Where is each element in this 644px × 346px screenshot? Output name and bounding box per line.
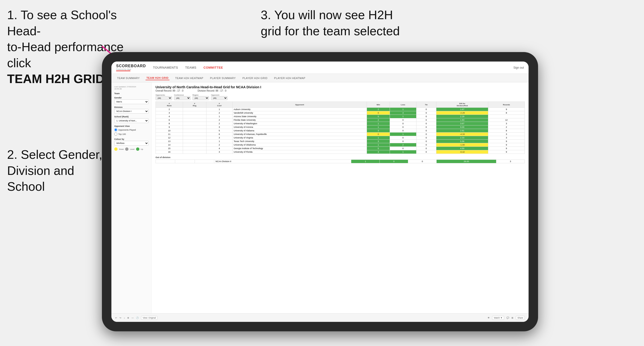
cell-rank: 15 — [156, 147, 183, 150]
opponents-select[interactable]: (All) — [156, 96, 172, 100]
cell-rounds — [488, 115, 525, 118]
cell-reg — [183, 150, 206, 154]
out-div-win: 1 — [351, 160, 380, 163]
table-row: 3 2 Vanderbilt University 0 4 0 -2.29 8 — [156, 111, 525, 115]
cell-diff: 1.67 — [436, 108, 488, 111]
cell-name: Arizona State University — [232, 115, 367, 118]
cell-tie: 0 — [416, 122, 436, 125]
cell-tie: 0 — [416, 143, 436, 147]
toolbar-redo[interactable]: ↪ — [120, 317, 121, 319]
radio-top100[interactable]: Top 100 — [114, 133, 148, 136]
cell-win: 0 — [367, 111, 390, 115]
cell-conf: 3 — [206, 150, 232, 154]
color-down-label: Down — [119, 148, 124, 150]
sub-nav: TEAM SUMMARY TEAM H2H GRID TEAM H2H HEAT… — [112, 74, 528, 82]
cell-win: 1 — [367, 122, 390, 125]
cell-name: Texas Tech University — [232, 140, 367, 143]
cell-rank: 10 — [156, 129, 183, 133]
cell-name: Florida State University — [232, 118, 367, 122]
opponent-select[interactable]: (All) — [211, 96, 228, 100]
cell-reg — [183, 125, 206, 129]
cell-rounds: 8 — [488, 129, 525, 133]
colour-label: Colour by — [114, 138, 148, 140]
view-original-btn[interactable]: View: Original — [141, 316, 158, 320]
nav-links: TOURNAMENTS TEAMS COMMITTEE — [153, 66, 514, 69]
region-select[interactable]: (All) — [192, 96, 209, 100]
bottom-toolbar: ↩ ↪ ⬦ ⊕ — 🕐 View: Original 👁 Watch ▼ 💬 ⊞… — [112, 313, 528, 322]
cell-rank: 11 — [156, 133, 183, 136]
share-btn[interactable]: Share — [516, 316, 525, 320]
col-opponent: Opponent — [232, 102, 367, 108]
toolbar-crop[interactable]: ⊕ — [127, 317, 129, 319]
toolbar-undo[interactable]: ↩ — [115, 317, 117, 319]
cell-diff: 2.33 — [436, 136, 488, 140]
cell-diff: 9.00 — [436, 125, 488, 129]
cell-win: 1 — [367, 125, 390, 129]
data-panel: University of North Carolina Head-to-Hea… — [152, 82, 528, 313]
table-row: 2 1 Auburn University 2 1 0 1.67 9 — [156, 108, 525, 111]
out-div-diff: 26.00 — [436, 160, 496, 163]
cell-reg — [183, 147, 206, 150]
toolbar-dash[interactable]: — — [132, 317, 134, 319]
school-select[interactable]: 1. University of Nort... — [114, 118, 148, 123]
watch-btn[interactable]: Watch ▼ — [492, 316, 504, 320]
conference-filter: Conference (All) — [174, 94, 190, 100]
toolbar-comment[interactable]: 💬 — [506, 317, 509, 319]
subnav-player-h2h-grid[interactable]: PLAYER H2H GRID — [242, 76, 268, 80]
toolbar-grid[interactable]: ⊞ — [512, 317, 514, 319]
radio-opponents-played[interactable]: Opponents Played — [114, 128, 148, 131]
subnav-team-summary[interactable]: TEAM SUMMARY — [116, 76, 141, 80]
cell-reg — [183, 108, 206, 111]
colour-select[interactable]: Win/loss — [114, 141, 148, 146]
color-down — [114, 148, 118, 151]
cell-win: 5 — [367, 147, 390, 150]
cell-loss: 0 — [390, 140, 416, 143]
toolbar-nav[interactable]: ⬦ — [124, 317, 125, 319]
color-up-label: Up — [141, 148, 143, 150]
cell-tie: 0 — [416, 115, 436, 118]
cell-conf: 2 — [206, 143, 232, 147]
cell-tie: 0 — [416, 150, 436, 154]
logo: SCOREBOARD Powered by clippi — [116, 64, 146, 71]
signout-link[interactable]: Sign out — [514, 66, 524, 69]
left-panel: Last Updated: 27/03/2024 16:55:38 Team G… — [112, 82, 152, 313]
logo-text: SCOREBOARD — [116, 64, 146, 68]
subnav-player-summary[interactable]: PLAYER SUMMARY — [209, 76, 237, 80]
cell-loss: 0 — [390, 122, 416, 125]
cell-conf: 1 — [206, 115, 232, 118]
toolbar-eye: 👁 — [488, 317, 490, 319]
conference-select[interactable]: (All) — [174, 96, 190, 100]
color-legend: Down Level Up — [114, 148, 148, 151]
nav-committee[interactable]: COMMITTEE — [204, 66, 223, 69]
cell-win: 2 — [367, 118, 390, 122]
nav-teams[interactable]: TEAMS — [185, 66, 196, 69]
cell-tie: 0 — [416, 108, 436, 111]
table-row: 6 2 Florida State University 2 0 0 1.83 … — [156, 118, 525, 122]
subnav-player-h2h-heatmap[interactable]: PLAYER H2H HEATMAP — [273, 76, 306, 80]
cell-conf: 2 — [206, 122, 232, 125]
cell-name: Vanderbilt University — [232, 111, 367, 115]
cell-tie: 0 — [416, 129, 436, 133]
table-row: 9 3 University of Arizona 1 0 0 9.00 2 — [156, 125, 525, 129]
cell-diff: 5.56 — [436, 140, 488, 143]
cell-name: University of Washington — [232, 122, 367, 125]
out-division-row: NCAA Division II 1 0 0 26.00 3 — [156, 160, 525, 163]
cell-loss: 1 — [390, 150, 416, 154]
division-select[interactable]: NCAA Division I — [114, 109, 148, 114]
toolbar-clock[interactable]: 🕐 — [136, 317, 139, 319]
cell-conf: 2 — [206, 111, 232, 115]
cell-rounds: 9 — [488, 150, 525, 154]
cell-rounds: 2 — [488, 125, 525, 129]
h2h-table: #Rank #Reg #Conf Opponent Win Loss Tie D… — [156, 102, 525, 154]
filter-row: Opponents: (All) Conference (All) Region… — [156, 94, 525, 100]
color-level — [125, 148, 128, 151]
cell-reg — [183, 118, 206, 122]
color-level-label: Level — [130, 148, 134, 150]
subnav-team-h2h-grid[interactable]: TEAM H2H GRID — [146, 76, 170, 80]
gender-select[interactable]: Men's — [114, 99, 148, 104]
out-div-loss: 0 — [380, 160, 408, 163]
overall-record: Overall Record: 89 - 17 - 0 — [156, 89, 184, 92]
opponent-view-label: Opponent View — [114, 125, 148, 127]
nav-tournaments[interactable]: TOURNAMENTS — [153, 66, 178, 69]
subnav-team-h2h-heatmap[interactable]: TEAM H2H HEATMAP — [174, 76, 204, 80]
